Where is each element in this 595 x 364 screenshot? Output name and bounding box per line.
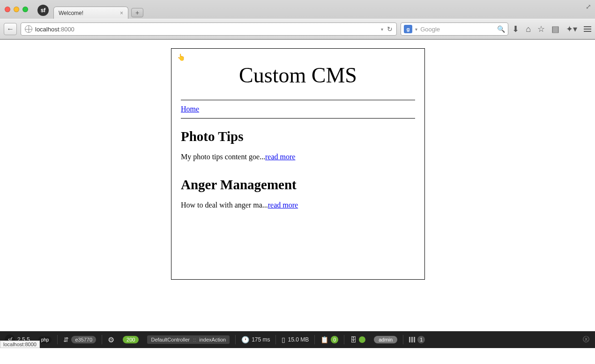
cms-container: Custom CMS Home 👆 Photo Tips My photo ti… [171, 48, 425, 280]
search-icon[interactable]: 🔍 [497, 25, 505, 33]
browser-tab[interactable]: Welcome! × [53, 7, 128, 19]
forms-count: 0 [331, 336, 338, 343]
search-engine-icon[interactable]: g [404, 25, 412, 33]
read-more-link[interactable]: read more [268, 201, 298, 209]
forms-item[interactable]: 📋 0 [318, 331, 341, 348]
close-toolbar-icon[interactable]: ⓧ [583, 335, 593, 344]
memory-usage: 15.0 MB [288, 336, 309, 343]
downloads-icon[interactable]: ⬇ [512, 24, 519, 34]
url-text: localhost:8000 [35, 26, 74, 33]
separator [57, 335, 58, 344]
article: Photo Tips My photo tips content goe...r… [181, 129, 415, 161]
extension-icon[interactable]: ✦▾ [566, 24, 577, 34]
route-icon: ⇵ [63, 336, 69, 343]
article-excerpt: How to deal with anger ma...read more [181, 201, 415, 209]
gear-icon: ⚙ [108, 335, 114, 344]
bookmark-icon[interactable]: ☆ [537, 24, 545, 34]
user-item[interactable]: admin [371, 331, 400, 348]
separator [235, 335, 236, 344]
http-status-badge: 200 [123, 336, 139, 343]
url-port: :8000 [59, 26, 74, 33]
log-icon [409, 337, 415, 342]
zoom-window-button[interactable] [22, 7, 28, 12]
article-title: Anger Management [181, 177, 415, 193]
tab-title: Welcome! [59, 10, 83, 16]
controller-item[interactable]: DefaultController :: indexAction [144, 331, 232, 348]
separator [344, 335, 344, 344]
separator [314, 335, 315, 344]
url-bar[interactable]: localhost:8000 ▾ ↻ [21, 22, 397, 36]
nav-home-link[interactable]: Home [181, 105, 199, 113]
article: Anger Management How to deal with anger … [181, 177, 415, 209]
db-item[interactable]: 🗄 [347, 331, 368, 348]
reload-icon[interactable]: ↻ [387, 25, 393, 33]
window-controls [0, 7, 28, 12]
user-badge: admin [374, 336, 397, 343]
read-more-link[interactable]: read more [265, 153, 295, 161]
divider [181, 118, 415, 119]
separator [275, 335, 276, 344]
config-item[interactable]: ⚙ [105, 331, 117, 348]
globe-icon [25, 25, 32, 33]
article-title: Photo Tips [181, 129, 415, 144]
history-dropdown-icon[interactable]: ▾ [381, 27, 383, 32]
back-button[interactable]: ← [4, 23, 17, 35]
time-item[interactable]: 🕐 175 ms [238, 331, 273, 348]
route-item[interactable]: ⇵ e35770 [60, 331, 99, 348]
request-time: 175 ms [252, 336, 270, 343]
browser-toolbar: ← localhost:8000 ▾ ↻ g ▾ Google 🔍 ⬇ ⌂ ☆ … [0, 19, 595, 39]
symfony-favicon-icon: sf [37, 5, 49, 16]
memory-item[interactable]: ▯ 15.0 MB [279, 331, 312, 348]
fullscreen-icon[interactable]: ⤢ [586, 3, 591, 10]
controller-label: DefaultController :: indexAction [147, 335, 230, 344]
search-placeholder: Google [420, 26, 440, 33]
close-window-button[interactable] [5, 7, 10, 12]
home-icon[interactable]: ⌂ [526, 24, 531, 34]
status-item[interactable]: 200 [120, 331, 141, 348]
site-nav: Home 👆 [181, 100, 415, 118]
url-host: localhost [35, 26, 59, 33]
clock-icon: 🕐 [241, 336, 249, 343]
pointer-cursor-icon: 👆 [177, 53, 185, 61]
log-item[interactable]: 1 [406, 331, 428, 348]
search-bar[interactable]: g ▾ Google 🔍 [401, 22, 508, 36]
article-excerpt: My photo tips content goe...read more [181, 153, 415, 161]
url-right-controls: ▾ ↻ [381, 25, 393, 33]
browser-chrome: sf Welcome! × + ⤢ ← localhost:8000 ▾ ↻ g… [0, 0, 595, 40]
clipboard-icon: 📋 [320, 336, 328, 343]
menu-icon[interactable] [584, 26, 591, 32]
separator [403, 335, 403, 344]
separator [102, 335, 102, 344]
titlebar: sf Welcome! × + ⤢ [0, 0, 595, 19]
tab-close-icon[interactable]: × [120, 10, 123, 16]
symfony-debug-toolbar: sf 2.5.5 php ⇵ e35770 ⚙ 200 DefaultContr… [0, 331, 595, 348]
search-engine-dropdown-icon[interactable]: ▾ [415, 27, 417, 32]
page-viewport: Custom CMS Home 👆 Photo Tips My photo ti… [0, 40, 595, 348]
route-code: e35770 [71, 336, 96, 343]
tabs-row: sf Welcome! × + [37, 0, 143, 19]
new-tab-button[interactable]: + [131, 8, 143, 17]
status-link-preview: localhost:8000 [0, 341, 40, 348]
toolbar-icons: ⬇ ⌂ ☆ ▤ ✦▾ [512, 24, 591, 34]
minimize-window-button[interactable] [14, 7, 19, 12]
php-badge-icon: php [38, 336, 52, 343]
log-count: 1 [417, 336, 425, 343]
memory-icon: ▯ [282, 336, 285, 343]
site-title: Custom CMS [181, 63, 415, 88]
reading-list-icon[interactable]: ▤ [551, 24, 559, 34]
db-status-icon [359, 336, 365, 343]
database-icon: 🗄 [350, 336, 357, 343]
